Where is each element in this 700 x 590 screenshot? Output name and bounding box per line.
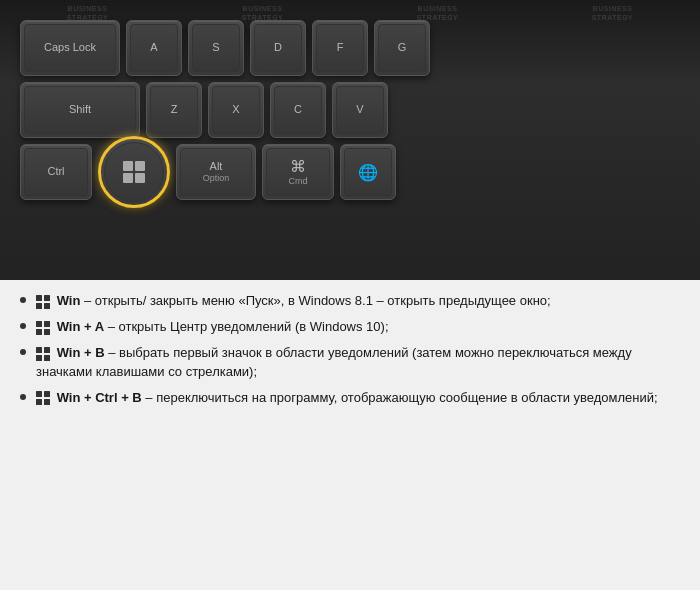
key-s[interactable]: S (188, 20, 244, 76)
item-text-1: Win – открыть/ закрыть меню «Пуск», в Wi… (36, 292, 680, 310)
svg-rect-0 (36, 295, 42, 301)
win-key[interactable] (98, 136, 170, 208)
list-item: Win + Ctrl + B – переключиться на програ… (20, 389, 680, 407)
key-x[interactable]: X (208, 82, 264, 138)
list-item: Win – открыть/ закрыть меню «Пуск», в Wi… (20, 292, 680, 310)
win-icon (36, 347, 50, 361)
svg-rect-9 (44, 347, 50, 353)
key-row-1: Caps Lock A S D (10, 20, 690, 76)
globe-key[interactable]: 🌐 (340, 144, 396, 200)
keyboard-section: BUSINESSSTRATEGY BUSINESSSTRATEGY BUSINE… (0, 0, 700, 280)
win-icon (36, 295, 50, 309)
key-d[interactable]: D (250, 20, 306, 76)
list-item: Win + B – выбрать первый значок в област… (20, 344, 680, 380)
bullet-dot (20, 394, 26, 400)
key-c[interactable]: C (270, 82, 326, 138)
item-text-3: Win + B – выбрать первый значок в област… (36, 344, 680, 380)
keys-wrapper: Caps Lock A S D (10, 10, 690, 270)
bullet-dot (20, 323, 26, 329)
svg-rect-4 (36, 321, 42, 327)
bullet-dot (20, 349, 26, 355)
main-container: BUSINESSSTRATEGY BUSINESSSTRATEGY BUSINE… (0, 0, 700, 590)
win-icon (36, 391, 50, 405)
svg-rect-7 (44, 329, 50, 335)
key-f[interactable]: F (312, 20, 368, 76)
key-g[interactable]: G (374, 20, 430, 76)
svg-rect-6 (36, 329, 42, 335)
key-z[interactable]: Z (146, 82, 202, 138)
svg-rect-3 (44, 303, 50, 309)
item-text-2: Win + A – открыть Центр уведомлений (в W… (36, 318, 680, 336)
bullet-dot (20, 297, 26, 303)
cmd-key[interactable]: ⌘ Cmd (262, 144, 334, 200)
text-content-section: Win – открыть/ закрыть меню «Пуск», в Wi… (0, 280, 700, 590)
win-icon (36, 321, 50, 335)
windows-logo-icon (123, 161, 145, 183)
list-item: Win + A – открыть Центр уведомлений (в W… (20, 318, 680, 336)
svg-rect-2 (36, 303, 42, 309)
svg-rect-1 (44, 295, 50, 301)
alt-option-key[interactable]: Alt Option (176, 144, 256, 200)
svg-rect-14 (36, 399, 42, 405)
item-text-4: Win + Ctrl + B – переключиться на програ… (36, 389, 680, 407)
svg-rect-13 (44, 391, 50, 397)
svg-rect-5 (44, 321, 50, 327)
ctrl-key[interactable]: Ctrl (20, 144, 92, 200)
capslock-key[interactable]: Caps Lock (20, 20, 120, 76)
svg-rect-8 (36, 347, 42, 353)
shortcut-list: Win – открыть/ закрыть меню «Пуск», в Wi… (20, 292, 680, 407)
key-row-2: Shift Z X C (10, 82, 690, 138)
shift-key[interactable]: Shift (20, 82, 140, 138)
svg-rect-15 (44, 399, 50, 405)
key-a[interactable]: A (126, 20, 182, 76)
svg-rect-11 (44, 355, 50, 361)
svg-rect-12 (36, 391, 42, 397)
svg-rect-10 (36, 355, 42, 361)
key-row-3: Ctrl Alt O (10, 144, 690, 208)
key-v[interactable]: V (332, 82, 388, 138)
